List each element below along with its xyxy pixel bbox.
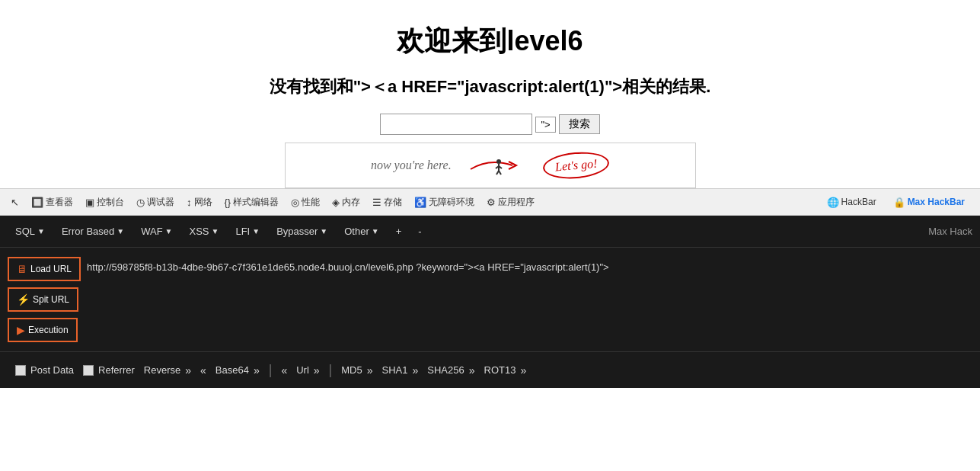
execution-button[interactable]: ▶ Execution: [8, 318, 78, 342]
devtools-applications[interactable]: ⚙ 应用程序: [482, 194, 539, 210]
reverse-label: Reverse: [144, 364, 180, 376]
sql-menu[interactable]: SQL ▼: [8, 221, 53, 242]
post-data-checkbox[interactable]: [15, 365, 26, 376]
separator-1: |: [269, 362, 273, 378]
load-url-button[interactable]: 🖥 Load URL: [8, 257, 81, 281]
sql-chevron: ▼: [37, 227, 45, 236]
arrow-illustration: [467, 154, 528, 177]
other-menu[interactable]: Other ▼: [337, 221, 386, 242]
error-based-label: Error Based: [62, 226, 114, 237]
cursor-icon: ↖: [11, 197, 19, 208]
debugger-icon: ◷: [136, 197, 145, 208]
other-label: Other: [344, 226, 369, 237]
base64-arrow: »: [254, 364, 260, 376]
handwriting-area: now you're here. Let's go!: [285, 143, 696, 188]
remove-item[interactable]: -: [410, 221, 429, 242]
accessibility-label: 无障碍环境: [429, 196, 474, 209]
post-data-label: Post Data: [30, 364, 74, 376]
lfi-chevron: ▼: [252, 227, 260, 236]
devtools-network[interactable]: ↕ 网络: [182, 194, 217, 210]
inspector-label: 查看器: [46, 196, 73, 209]
devtools-console[interactable]: ▣ 控制台: [81, 194, 129, 210]
performance-label: 性能: [302, 196, 320, 209]
lock-icon: 🔒: [893, 197, 905, 208]
search-input[interactable]: [380, 114, 532, 135]
search-row: "> 搜索: [15, 114, 965, 135]
devtools-performance[interactable]: ◎ 性能: [286, 194, 324, 210]
error-based-menu[interactable]: Error Based ▼: [54, 221, 132, 242]
error-based-chevron: ▼: [117, 227, 124, 236]
applications-label: 应用程序: [498, 196, 535, 209]
style-editor-icon: {}: [225, 197, 231, 208]
url-arrow-right: »: [314, 364, 320, 376]
split-url-label: Spit URL: [33, 294, 69, 305]
network-label: 网络: [194, 196, 212, 209]
bypasser-label: Bypasser: [276, 226, 318, 237]
referrer-checkbox[interactable]: [83, 365, 94, 376]
hackbar-items: 🌐 HackBar 🔒 Max HackBar: [818, 194, 974, 211]
reverse-item[interactable]: Reverse »: [144, 364, 191, 376]
devtools-bar: ↖ 🔲 查看器 ▣ 控制台 ◷ 调试器 ↕ 网络 {} 样式编辑器 ◎ 性能 ◈…: [0, 188, 980, 216]
base64-item[interactable]: Base64 »: [215, 364, 260, 376]
style-editor-label: 样式编辑器: [233, 196, 279, 209]
bypasser-menu[interactable]: Bypasser ▼: [269, 221, 335, 242]
devtools-style-editor[interactable]: {} 样式编辑器: [220, 194, 284, 210]
base64-label: Base64: [215, 364, 249, 376]
inspector-icon: 🔲: [31, 197, 43, 208]
devtools-storage[interactable]: ☰ 存储: [368, 194, 407, 210]
sha256-arrow: »: [469, 364, 475, 376]
split-icon: ⚡: [17, 293, 30, 306]
url-item[interactable]: Url »: [296, 364, 319, 376]
add-label: +: [396, 226, 402, 237]
load-url-row: 🖥 Load URL http://598785f8-b13b-4dbe-9b6…: [0, 254, 980, 284]
other-chevron: ▼: [372, 227, 379, 236]
max-hackbar-tab[interactable]: 🔒 Max HackBar: [889, 195, 969, 210]
md5-item[interactable]: MD5 »: [341, 364, 372, 376]
url-left-arrow[interactable]: «: [281, 364, 287, 376]
toolbar-right-label: Max Hack: [928, 226, 972, 237]
devtools-debugger[interactable]: ◷ 调试器: [132, 194, 179, 210]
search-quote-button[interactable]: ">: [535, 117, 555, 133]
url-label: Url: [296, 364, 309, 376]
waf-menu[interactable]: WAF ▼: [133, 221, 180, 242]
bottom-bar: Post Data Referrer Reverse » « Base64 » …: [0, 351, 980, 388]
console-icon: ▣: [85, 197, 94, 208]
devtools-cursor[interactable]: ↖: [6, 195, 24, 210]
load-icon: 🖥: [17, 263, 27, 275]
separator-2: |: [329, 362, 333, 378]
waf-label: WAF: [141, 226, 162, 237]
sha1-item[interactable]: SHA1 »: [382, 364, 419, 376]
sha256-label: SHA256: [427, 364, 464, 376]
url-display: http://598785f8-b13b-4dbe-9b67-c7f361e1d…: [81, 257, 615, 278]
remove-label: -: [418, 226, 421, 237]
split-url-button[interactable]: ⚡ Spit URL: [8, 287, 78, 312]
url-arrow-left: «: [281, 364, 287, 376]
arrow-left-item[interactable]: «: [200, 364, 206, 376]
hackbar-label: HackBar: [841, 197, 876, 207]
hackbar-tab[interactable]: 🌐 HackBar: [822, 195, 881, 210]
memory-label: 内存: [342, 196, 360, 209]
lfi-menu[interactable]: LFI ▼: [228, 221, 267, 242]
referrer-label: Referrer: [98, 364, 135, 376]
search-button[interactable]: 搜索: [559, 114, 600, 134]
storage-icon: ☰: [372, 197, 381, 208]
post-data-item[interactable]: Post Data: [15, 364, 74, 376]
add-item[interactable]: +: [388, 221, 410, 242]
devtools-inspector[interactable]: 🔲 查看器: [27, 194, 78, 210]
rot13-item[interactable]: ROT13 »: [484, 364, 527, 376]
hackbar-globe-icon: 🌐: [827, 197, 839, 208]
referrer-item[interactable]: Referrer: [83, 364, 135, 376]
exec-icon: ▶: [17, 324, 25, 336]
left-arrow-icon: «: [200, 364, 206, 376]
reverse-arrow-right: »: [185, 364, 191, 376]
svg-point-0: [496, 159, 501, 164]
split-url-row: ⚡ Spit URL: [0, 284, 980, 315]
sha256-item[interactable]: SHA256 »: [427, 364, 474, 376]
devtools-memory[interactable]: ◈ 内存: [327, 194, 365, 210]
sql-label: SQL: [15, 226, 35, 237]
lets-go-text: Let's go!: [541, 149, 610, 181]
xss-menu[interactable]: XSS ▼: [182, 221, 227, 242]
devtools-accessibility[interactable]: ♿ 无障碍环境: [410, 194, 479, 210]
md5-arrow: »: [367, 364, 373, 376]
console-label: 控制台: [97, 196, 124, 209]
